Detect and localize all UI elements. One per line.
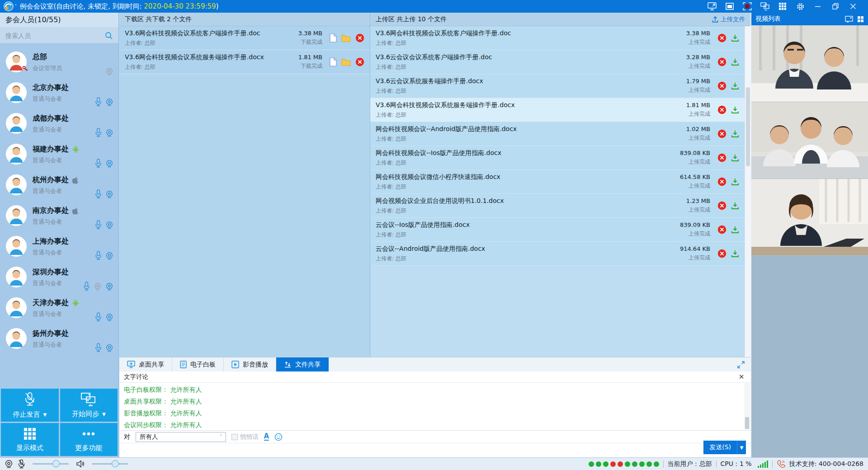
slider-knob[interactable] bbox=[112, 460, 119, 467]
upload-scrollbar[interactable] bbox=[745, 26, 750, 357]
open-folder-icon[interactable] bbox=[341, 34, 351, 42]
download-file-icon[interactable] bbox=[731, 106, 739, 114]
window-mode-icon[interactable] bbox=[725, 1, 735, 11]
mic-icon[interactable] bbox=[95, 189, 102, 198]
video-thumbnail-2[interactable] bbox=[751, 102, 868, 179]
video-thumbnail-3[interactable] bbox=[751, 179, 868, 256]
open-folder-icon[interactable] bbox=[341, 58, 351, 66]
upload-file-row[interactable]: 网会科技视频会议--Ios版产品使用指南.docx上传者: 总部 839.08 … bbox=[370, 146, 745, 170]
video-thumbnail-1[interactable] bbox=[751, 25, 868, 102]
upload-file-row[interactable]: V3.6云会议会议系统客户端操作手册.doc上传者: 总部 3.28 MB上传完… bbox=[370, 50, 745, 74]
mic-icon[interactable] bbox=[95, 97, 102, 106]
mic-icon[interactable] bbox=[95, 159, 102, 168]
close-icon[interactable]: ✕ bbox=[737, 373, 746, 381]
whisper-checkbox[interactable] bbox=[231, 434, 238, 440]
participant-row[interactable]: 扬州办事处 普通与会者 bbox=[0, 324, 118, 355]
video-layout-icon[interactable] bbox=[857, 16, 864, 23]
open-file-icon[interactable] bbox=[330, 33, 337, 42]
delete-file-icon[interactable] bbox=[355, 33, 364, 42]
download-file-icon[interactable] bbox=[731, 178, 739, 186]
tab-media-play[interactable]: 影音播放 bbox=[224, 357, 276, 371]
mic-muted-status-icon[interactable] bbox=[18, 459, 25, 469]
maximize-button[interactable] bbox=[830, 1, 840, 11]
participant-row[interactable]: 深圳办事处 普通与会者 bbox=[0, 263, 118, 294]
video-capture-icon[interactable] bbox=[845, 16, 853, 23]
webcam-disabled-icon[interactable] bbox=[105, 67, 113, 75]
mic-icon[interactable] bbox=[95, 128, 102, 137]
upload-file-row[interactable]: 云会议--Android版产品使用指南.docx上传者: 总部 914.64 K… bbox=[370, 242, 745, 266]
delete-file-icon[interactable] bbox=[717, 33, 726, 42]
recipient-select[interactable]: 所有人 ˅ bbox=[136, 432, 226, 442]
mic-icon[interactable] bbox=[95, 251, 102, 260]
upload-file-button[interactable]: 上传文件 bbox=[712, 15, 745, 24]
download-file-icon[interactable] bbox=[731, 226, 739, 234]
chevron-down-icon[interactable]: ˅ bbox=[14, 4, 17, 9]
search-icon[interactable] bbox=[105, 32, 113, 40]
participant-row[interactable]: 北京办事处 普通与会者 bbox=[0, 79, 118, 109]
participant-row[interactable]: 杭州办事处 普通与会者 bbox=[0, 171, 118, 202]
delete-file-icon[interactable] bbox=[355, 57, 364, 66]
webcam-disabled-icon[interactable] bbox=[94, 282, 102, 291]
more-functions-button[interactable]: 更多功能 bbox=[60, 423, 118, 456]
app-logo-icon[interactable] bbox=[4, 1, 14, 11]
mic-volume-slider[interactable] bbox=[33, 463, 69, 465]
scrollbar-thumb[interactable] bbox=[746, 87, 750, 166]
delete-file-icon[interactable] bbox=[717, 57, 726, 66]
webcam-icon[interactable] bbox=[105, 282, 113, 291]
delete-file-icon[interactable] bbox=[717, 105, 726, 114]
grid-layout-icon[interactable] bbox=[778, 1, 788, 11]
webcam-icon[interactable] bbox=[105, 344, 113, 352]
mic-icon[interactable] bbox=[95, 220, 102, 229]
webcam-icon[interactable] bbox=[105, 98, 113, 106]
upload-file-row-selected[interactable]: V3.6网会科技视频会议系统服务端操作手册.docx上传者: 总部 1.81 M… bbox=[370, 98, 745, 122]
tab-whiteboard[interactable]: 电子白板 bbox=[172, 357, 224, 371]
upload-file-row[interactable]: V3.6网会科技视频会议系统客户端操作手册.doc上传者: 总部 3.38 MB… bbox=[370, 26, 745, 50]
settings-icon[interactable] bbox=[795, 1, 805, 11]
start-sync-button[interactable]: 开始同步▼ bbox=[60, 389, 118, 422]
participant-row[interactable]: 上海办事处 普通与会者 bbox=[0, 232, 118, 263]
scrollbar-thumb[interactable] bbox=[745, 417, 749, 429]
download-file-icon[interactable] bbox=[731, 130, 739, 138]
participant-row[interactable]: 南京办事处 普通与会者 bbox=[0, 202, 118, 232]
speaker-volume-slider[interactable] bbox=[92, 463, 128, 465]
send-button[interactable]: 发送(S) bbox=[703, 441, 737, 454]
send-options-caret[interactable]: ▼ bbox=[737, 441, 746, 454]
webcam-icon[interactable] bbox=[105, 160, 113, 168]
mic-icon[interactable] bbox=[95, 312, 102, 321]
close-button[interactable] bbox=[848, 1, 858, 11]
tab-file-share[interactable]: 文件共享 bbox=[276, 357, 329, 371]
mic-icon[interactable] bbox=[83, 282, 90, 291]
delete-file-icon[interactable] bbox=[717, 225, 726, 234]
participant-row[interactable]: 天津办事处 普通与会者 bbox=[0, 294, 118, 324]
record-icon[interactable] bbox=[742, 1, 752, 11]
sync-icon[interactable] bbox=[760, 1, 770, 11]
webcam-status-icon[interactable] bbox=[5, 460, 13, 468]
delete-file-icon[interactable] bbox=[717, 129, 726, 138]
download-file-icon[interactable] bbox=[731, 202, 739, 210]
upload-file-row[interactable]: 网会科技视频会议微信小程序快速指南.docx上传者: 总部 614.58 KB上… bbox=[370, 170, 745, 194]
open-file-icon[interactable] bbox=[330, 57, 337, 66]
download-file-icon[interactable] bbox=[731, 34, 739, 42]
chat-input-area[interactable] bbox=[119, 444, 750, 457]
download-file-icon[interactable] bbox=[731, 58, 739, 66]
download-file-icon[interactable] bbox=[731, 249, 739, 258]
chat-scrollbar[interactable] bbox=[744, 383, 750, 430]
screen-broadcast-icon[interactable] bbox=[707, 1, 717, 11]
delete-file-icon[interactable] bbox=[717, 249, 726, 258]
upload-file-row[interactable]: 网会视频会议企业后台使用说明书1.0.1.docx上传者: 总部 1.23 MB… bbox=[370, 194, 745, 218]
display-mode-button[interactable]: 显示模式 bbox=[1, 423, 59, 456]
webcam-icon[interactable] bbox=[105, 190, 113, 198]
delete-file-icon[interactable] bbox=[717, 81, 726, 90]
tab-desktop-share[interactable]: 桌面共享 bbox=[119, 357, 172, 371]
download-file-icon[interactable] bbox=[731, 154, 739, 162]
participant-row[interactable]: 福建办事处 普通与会者 bbox=[0, 140, 118, 171]
participant-row[interactable]: 总部 会议管理员 bbox=[0, 48, 118, 79]
delete-file-icon[interactable] bbox=[717, 177, 726, 186]
webcam-icon[interactable] bbox=[105, 129, 113, 137]
upload-file-row[interactable]: V3.6云会议系统服务端操作手册.docx上传者: 总部 1.79 MB上传完成 bbox=[370, 74, 745, 98]
webcam-icon[interactable] bbox=[105, 313, 113, 321]
webcam-icon[interactable] bbox=[105, 221, 113, 229]
mic-icon[interactable] bbox=[95, 343, 102, 352]
speaker-icon[interactable] bbox=[76, 460, 85, 468]
download-file-row[interactable]: V3.6网会科技视频会议系统客户端操作手册.doc 上传者: 总部 3.38 M… bbox=[119, 26, 370, 50]
